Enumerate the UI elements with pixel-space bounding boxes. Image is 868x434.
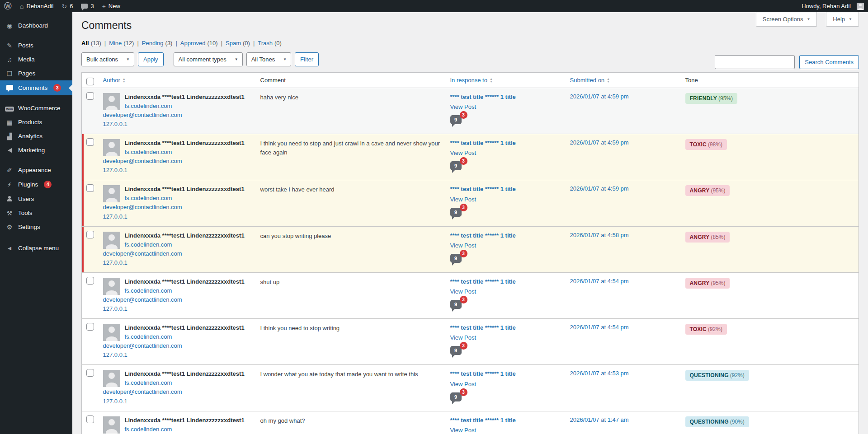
row-checkbox[interactable] <box>86 184 94 192</box>
select-all-checkbox[interactable] <box>86 78 94 85</box>
row-checkbox[interactable] <box>86 415 94 423</box>
comments-menu[interactable]: 3 <box>77 0 98 12</box>
sidebar-item-analytics[interactable]: ▟ Analytics <box>0 129 72 143</box>
column-header-author[interactable]: Author▲▼ <box>99 72 256 88</box>
sidebar-item-settings[interactable]: ⚙ Settings <box>0 220 72 234</box>
view-trash[interactable]: Trash(0) <box>258 40 282 47</box>
view-post-link[interactable]: View Post <box>450 196 561 203</box>
author-ip-link[interactable]: 127.0.0.1 <box>103 258 251 267</box>
author-ip-link[interactable]: 127.0.0.1 <box>103 120 251 129</box>
author-url-link[interactable]: fs.codelinden.com <box>103 148 251 157</box>
search-comments-button[interactable]: Search Comments <box>799 55 859 69</box>
author-url-link[interactable]: fs.codelinden.com <box>103 332 251 341</box>
view-post-link[interactable]: View Post <box>450 149 561 156</box>
post-comment-count[interactable]: 9 3 <box>450 208 462 217</box>
author-email-link[interactable]: developer@contactlinden.com <box>103 157 251 166</box>
author-ip-link[interactable]: 127.0.0.1 <box>103 304 251 313</box>
post-title-link[interactable]: **** test title ****** 1 title <box>450 278 561 286</box>
post-comment-count[interactable]: 9 3 <box>450 346 462 355</box>
view-post-link[interactable]: View Post <box>450 103 561 110</box>
submitted-date-link[interactable]: 2026/01/07 at 1:47 am <box>570 416 629 423</box>
author-ip-link[interactable]: 127.0.0.1 <box>103 350 251 359</box>
sidebar-item-posts[interactable]: ✎ Posts <box>0 38 72 52</box>
submitted-date-link[interactable]: 2026/01/07 at 4:53 pm <box>570 370 629 377</box>
collapse-menu-button[interactable]: ◀ Collapse menu <box>0 241 72 255</box>
sidebar-item-woocommerce[interactable]: Woo WooCommerce <box>0 101 72 115</box>
author-email-link[interactable]: developer@contactlinden.com <box>103 203 251 212</box>
submitted-date-link[interactable]: 2026/01/07 at 4:58 pm <box>570 232 629 238</box>
submitted-date-link[interactable]: 2026/01/07 at 4:54 pm <box>570 278 629 285</box>
row-checkbox[interactable] <box>86 138 94 146</box>
author-email-link[interactable]: developer@contactlinden.com <box>103 249 251 258</box>
post-title-link[interactable]: **** test title ****** 1 title <box>450 370 561 378</box>
submitted-date-link[interactable]: 2026/01/07 at 4:59 pm <box>570 93 629 100</box>
view-post-link[interactable]: View Post <box>450 381 561 387</box>
author-url-link[interactable]: fs.codelinden.com <box>103 286 251 295</box>
sidebar-item-pages[interactable]: ❐ Pages <box>0 66 72 80</box>
view-approved[interactable]: Approved(10) <box>180 40 226 47</box>
help-button[interactable]: Help ▼ <box>826 12 859 27</box>
view-spam[interactable]: Spam(0) <box>226 40 258 47</box>
author-ip-link[interactable]: 127.0.0.1 <box>103 212 251 221</box>
search-comments-input[interactable] <box>715 55 795 69</box>
sidebar-item-plugins[interactable]: ⚡ Plugins 4 <box>0 177 72 192</box>
author-url-link[interactable]: fs.codelinden.com <box>103 378 251 387</box>
updates-menu[interactable]: ↻ 6 <box>57 0 77 12</box>
tone-filter-select[interactable]: All Tones ▼ <box>246 52 291 66</box>
column-header-submitted-on[interactable]: Submitted on▲▼ <box>566 72 681 88</box>
author-url-link[interactable]: fs.codelinden.com <box>103 102 251 111</box>
apply-button[interactable]: Apply <box>138 52 164 66</box>
sidebar-item-tools[interactable]: ⚒ Tools <box>0 206 72 220</box>
wp-logo-menu[interactable]: Ⓦ <box>0 0 16 12</box>
sidebar-item-marketing[interactable]: Marketing <box>0 143 72 157</box>
post-title-link[interactable]: **** test title ****** 1 title <box>450 185 561 193</box>
submitted-date-link[interactable]: 2026/01/07 at 4:59 pm <box>570 185 629 192</box>
author-email-link[interactable]: developer@contactlinden.com <box>103 295 251 304</box>
post-title-link[interactable]: **** test title ****** 1 title <box>450 324 561 332</box>
column-header-in-response-to[interactable]: In response to▲▼ <box>446 72 566 88</box>
submitted-date-link[interactable]: 2026/01/07 at 4:59 pm <box>570 139 629 146</box>
sidebar-item-dashboard[interactable]: ◉ Dashboard <box>0 19 72 33</box>
row-checkbox[interactable] <box>86 369 94 377</box>
author-url-link[interactable]: fs.codelinden.com <box>103 425 251 434</box>
author-email-link[interactable]: developer@contactlinden.com <box>103 111 251 120</box>
post-title-link[interactable]: **** test title ****** 1 title <box>450 416 561 425</box>
sidebar-item-products[interactable]: ▦ Products <box>0 115 72 129</box>
submitted-date-link[interactable]: 2026/01/07 at 4:54 pm <box>570 324 629 331</box>
row-checkbox[interactable] <box>86 323 94 331</box>
sidebar-item-media[interactable]: ♫ Media <box>0 52 72 66</box>
post-title-link[interactable]: **** test title ****** 1 title <box>450 93 561 101</box>
comment-type-select[interactable]: All comment types ▼ <box>174 52 243 66</box>
filter-button[interactable]: Filter <box>295 52 319 66</box>
author-email-link[interactable]: developer@contactlinden.com <box>103 341 251 350</box>
my-account-menu[interactable]: Howdy, Rehan Adil <box>797 3 868 10</box>
post-title-link[interactable]: **** test title ****** 1 title <box>450 232 561 240</box>
post-comment-count[interactable]: 9 3 <box>450 392 462 401</box>
view-post-link[interactable]: View Post <box>450 242 561 249</box>
screen-options-button[interactable]: Screen Options ▼ <box>756 12 817 27</box>
bulk-actions-select[interactable]: Bulk actions ▼ <box>81 52 134 66</box>
row-checkbox[interactable] <box>86 92 94 100</box>
new-content-menu[interactable]: + New <box>98 0 124 12</box>
row-checkbox[interactable] <box>86 231 94 238</box>
post-comment-count[interactable]: 9 3 <box>450 300 462 309</box>
view-mine[interactable]: Mine(12) <box>109 40 142 47</box>
author-url-link[interactable]: fs.codelinden.com <box>103 240 251 249</box>
view-post-link[interactable]: View Post <box>450 288 561 295</box>
post-comment-count[interactable]: 9 3 <box>450 161 462 170</box>
post-comment-count[interactable]: 9 3 <box>450 115 462 124</box>
post-title-link[interactable]: **** test title ****** 1 title <box>450 139 561 147</box>
row-checkbox[interactable] <box>86 277 94 285</box>
site-name-menu[interactable]: ⌂ RehanAdil <box>16 0 57 12</box>
sidebar-item-appearance[interactable]: ✐ Appearance <box>0 163 72 177</box>
post-comment-count[interactable]: 9 3 <box>450 254 462 263</box>
view-pending[interactable]: Pending(3) <box>142 40 180 47</box>
view-all[interactable]: All(13) <box>81 40 109 47</box>
sidebar-item-users[interactable]: Users <box>0 192 72 206</box>
view-post-link[interactable]: View Post <box>450 334 561 341</box>
author-url-link[interactable]: fs.codelinden.com <box>103 194 251 203</box>
view-post-link[interactable]: View Post <box>450 427 561 434</box>
author-ip-link[interactable]: 127.0.0.1 <box>103 397 251 406</box>
author-email-link[interactable]: developer@contactlinden.com <box>103 387 251 397</box>
author-ip-link[interactable]: 127.0.0.1 <box>103 166 251 175</box>
